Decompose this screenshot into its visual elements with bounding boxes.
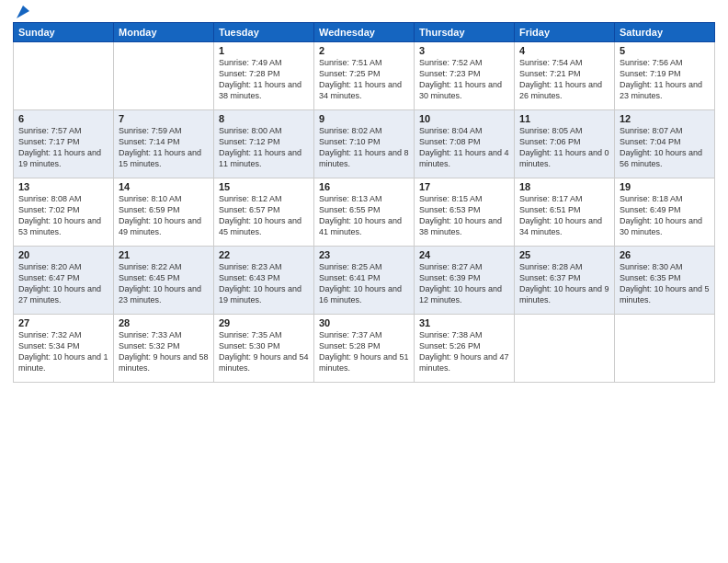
day-number: 17 [419,181,509,192]
calendar-header-cell: Friday [515,23,615,42]
day-number: 1 [219,45,309,56]
calendar-day-cell: 4Sunrise: 7:54 AM Sunset: 7:21 PM Daylig… [515,42,615,110]
calendar-day-cell: 3Sunrise: 7:52 AM Sunset: 7:23 PM Daylig… [415,42,515,110]
calendar-header-cell: Saturday [615,23,715,42]
day-info: Sunrise: 8:28 AM Sunset: 6:37 PM Dayligh… [519,261,609,306]
calendar-day-cell: 15Sunrise: 8:12 AM Sunset: 6:57 PM Dayli… [214,178,314,247]
calendar-day-cell: 1Sunrise: 7:49 AM Sunset: 7:28 PM Daylig… [214,42,314,110]
day-number: 23 [319,249,409,260]
calendar-day-cell [14,42,114,110]
day-number: 27 [18,317,108,328]
calendar-day-cell [515,315,615,383]
calendar-header-cell: Wednesday [314,23,415,42]
calendar-day-cell: 13Sunrise: 8:08 AM Sunset: 7:02 PM Dayli… [14,178,114,247]
day-number: 9 [319,113,409,124]
calendar-week-row: 27Sunrise: 7:32 AM Sunset: 5:34 PM Dayli… [14,315,715,383]
calendar-day-cell: 17Sunrise: 8:15 AM Sunset: 6:53 PM Dayli… [415,178,515,247]
day-info: Sunrise: 8:25 AM Sunset: 6:41 PM Dayligh… [319,261,409,306]
day-number: 18 [519,181,609,192]
calendar-day-cell: 22Sunrise: 8:23 AM Sunset: 6:43 PM Dayli… [214,247,314,315]
calendar-day-cell: 29Sunrise: 7:35 AM Sunset: 5:30 PM Dayli… [214,315,314,383]
main-container: SundayMondayTuesdayWednesdayThursdayFrid… [0,0,728,392]
day-number: 12 [620,113,710,124]
day-info: Sunrise: 7:59 AM Sunset: 7:14 PM Dayligh… [119,125,209,170]
calendar-day-cell [615,315,715,383]
calendar-day-cell: 2Sunrise: 7:51 AM Sunset: 7:25 PM Daylig… [314,42,415,110]
day-info: Sunrise: 8:07 AM Sunset: 7:04 PM Dayligh… [620,125,710,170]
day-number: 19 [620,181,710,192]
calendar-day-cell: 28Sunrise: 7:33 AM Sunset: 5:32 PM Dayli… [114,315,214,383]
calendar-day-cell: 23Sunrise: 8:25 AM Sunset: 6:41 PM Dayli… [314,247,415,315]
calendar-day-cell: 5Sunrise: 7:56 AM Sunset: 7:19 PM Daylig… [615,42,715,110]
logo [13,9,31,17]
day-info: Sunrise: 8:10 AM Sunset: 6:59 PM Dayligh… [119,193,209,238]
day-number: 16 [319,181,409,192]
day-info: Sunrise: 8:22 AM Sunset: 6:45 PM Dayligh… [119,261,209,306]
day-info: Sunrise: 7:56 AM Sunset: 7:19 PM Dayligh… [620,57,710,102]
day-number: 15 [219,181,309,192]
day-number: 2 [319,45,409,56]
logo-bird-icon [15,4,31,20]
calendar-week-row: 20Sunrise: 8:20 AM Sunset: 6:47 PM Dayli… [14,247,715,315]
calendar-header-cell: Thursday [415,23,515,42]
calendar-week-row: 13Sunrise: 8:08 AM Sunset: 7:02 PM Dayli… [14,178,715,247]
calendar-header-cell: Tuesday [214,23,314,42]
svg-marker-0 [17,6,29,18]
day-info: Sunrise: 8:02 AM Sunset: 7:10 PM Dayligh… [319,125,409,170]
calendar-day-cell: 12Sunrise: 8:07 AM Sunset: 7:04 PM Dayli… [615,110,715,178]
calendar-day-cell: 8Sunrise: 8:00 AM Sunset: 7:12 PM Daylig… [214,110,314,178]
calendar-day-cell: 19Sunrise: 8:18 AM Sunset: 6:49 PM Dayli… [615,178,715,247]
day-number: 10 [419,113,509,124]
calendar-day-cell: 24Sunrise: 8:27 AM Sunset: 6:39 PM Dayli… [415,247,515,315]
calendar-week-row: 6Sunrise: 7:57 AM Sunset: 7:17 PM Daylig… [14,110,715,178]
day-number: 20 [18,249,108,260]
day-number: 30 [319,317,409,328]
calendar-day-cell: 16Sunrise: 8:13 AM Sunset: 6:55 PM Dayli… [314,178,415,247]
calendar-table: SundayMondayTuesdayWednesdayThursdayFrid… [13,22,715,383]
calendar-day-cell: 7Sunrise: 7:59 AM Sunset: 7:14 PM Daylig… [114,110,214,178]
day-info: Sunrise: 8:18 AM Sunset: 6:49 PM Dayligh… [620,193,710,238]
calendar-day-cell: 10Sunrise: 8:04 AM Sunset: 7:08 PM Dayli… [415,110,515,178]
day-info: Sunrise: 8:00 AM Sunset: 7:12 PM Dayligh… [219,125,309,170]
day-info: Sunrise: 7:51 AM Sunset: 7:25 PM Dayligh… [319,57,409,102]
calendar-day-cell: 27Sunrise: 7:32 AM Sunset: 5:34 PM Dayli… [14,315,114,383]
calendar-week-row: 1Sunrise: 7:49 AM Sunset: 7:28 PM Daylig… [14,42,715,110]
day-number: 26 [620,249,710,260]
day-number: 25 [519,249,609,260]
day-number: 6 [18,113,108,124]
header [13,9,715,17]
calendar-day-cell: 14Sunrise: 8:10 AM Sunset: 6:59 PM Dayli… [114,178,214,247]
day-number: 29 [219,317,309,328]
day-info: Sunrise: 8:27 AM Sunset: 6:39 PM Dayligh… [419,261,509,306]
day-info: Sunrise: 7:35 AM Sunset: 5:30 PM Dayligh… [219,329,309,374]
calendar-day-cell: 31Sunrise: 7:38 AM Sunset: 5:26 PM Dayli… [415,315,515,383]
day-info: Sunrise: 7:57 AM Sunset: 7:17 PM Dayligh… [18,125,108,170]
calendar-header-cell: Monday [114,23,214,42]
day-number: 8 [219,113,309,124]
day-info: Sunrise: 7:52 AM Sunset: 7:23 PM Dayligh… [419,57,509,102]
day-info: Sunrise: 8:05 AM Sunset: 7:06 PM Dayligh… [519,125,609,170]
day-info: Sunrise: 8:08 AM Sunset: 7:02 PM Dayligh… [18,193,108,238]
calendar-day-cell: 25Sunrise: 8:28 AM Sunset: 6:37 PM Dayli… [515,247,615,315]
day-info: Sunrise: 8:13 AM Sunset: 6:55 PM Dayligh… [319,193,409,238]
calendar-day-cell: 30Sunrise: 7:37 AM Sunset: 5:28 PM Dayli… [314,315,415,383]
calendar-header-row: SundayMondayTuesdayWednesdayThursdayFrid… [14,23,715,42]
day-number: 21 [119,249,209,260]
day-number: 22 [219,249,309,260]
day-info: Sunrise: 7:38 AM Sunset: 5:26 PM Dayligh… [419,329,509,374]
day-info: Sunrise: 8:30 AM Sunset: 6:35 PM Dayligh… [620,261,710,306]
day-info: Sunrise: 8:23 AM Sunset: 6:43 PM Dayligh… [219,261,309,306]
calendar-day-cell: 9Sunrise: 8:02 AM Sunset: 7:10 PM Daylig… [314,110,415,178]
day-info: Sunrise: 8:17 AM Sunset: 6:51 PM Dayligh… [519,193,609,238]
day-number: 14 [119,181,209,192]
calendar-body: 1Sunrise: 7:49 AM Sunset: 7:28 PM Daylig… [14,42,715,383]
calendar-day-cell: 11Sunrise: 8:05 AM Sunset: 7:06 PM Dayli… [515,110,615,178]
day-info: Sunrise: 7:33 AM Sunset: 5:32 PM Dayligh… [119,329,209,374]
day-number: 4 [519,45,609,56]
day-info: Sunrise: 8:04 AM Sunset: 7:08 PM Dayligh… [419,125,509,170]
calendar-day-cell: 6Sunrise: 7:57 AM Sunset: 7:17 PM Daylig… [14,110,114,178]
day-info: Sunrise: 7:37 AM Sunset: 5:28 PM Dayligh… [319,329,409,374]
calendar-day-cell [114,42,214,110]
calendar-header-cell: Sunday [14,23,114,42]
day-info: Sunrise: 7:49 AM Sunset: 7:28 PM Dayligh… [219,57,309,102]
